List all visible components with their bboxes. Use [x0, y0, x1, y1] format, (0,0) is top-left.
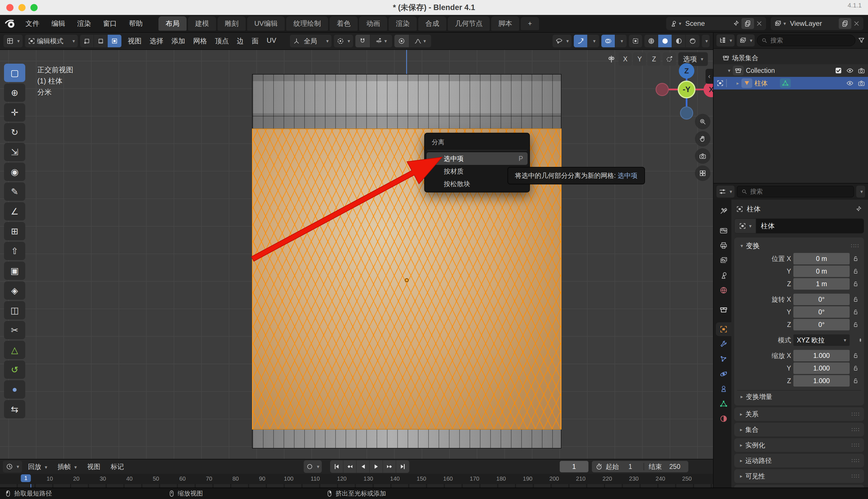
workspace-tab[interactable]: UV编辑	[247, 16, 285, 31]
pin-icon[interactable]	[855, 205, 862, 213]
properties-options-button[interactable]: ▾	[856, 185, 865, 198]
new-scene-button[interactable]	[741, 18, 754, 29]
overlays-dropdown[interactable]: ▾	[615, 35, 627, 47]
pan-button[interactable]	[695, 131, 711, 147]
tool-button[interactable]: ▢	[4, 64, 25, 82]
topbar-menu[interactable]: 帮助	[123, 17, 149, 31]
properties-tab[interactable]	[716, 303, 732, 317]
properties-tab[interactable]	[716, 224, 732, 238]
properties-search-input[interactable]: 搜索	[737, 186, 854, 197]
outliner-row-cylinder[interactable]: ▸ 柱体	[714, 77, 868, 89]
timeline-ruler[interactable]: 1102030405060708090100110120130140150160…	[0, 474, 713, 484]
filter-icon[interactable]	[858, 37, 865, 44]
editor-type-button[interactable]: ▾	[3, 35, 23, 47]
properties-tab[interactable]	[716, 204, 732, 218]
viewlayer-name[interactable]: ViewLayer	[790, 20, 833, 27]
playhead[interactable]	[31, 484, 31, 488]
camera-view-button[interactable]	[695, 148, 711, 164]
jump-to-end-button[interactable]	[396, 460, 409, 473]
disable-render-icon[interactable]	[858, 67, 865, 74]
properties-section[interactable]: ▸实例化∷∷	[734, 438, 864, 452]
viewport-menu[interactable]: 边	[233, 36, 248, 46]
lock-icon[interactable]	[852, 352, 859, 359]
tool-button[interactable]: ✛	[4, 103, 25, 122]
start-frame-field[interactable]: 1	[622, 463, 639, 471]
shading-dropdown[interactable]: ▾	[702, 35, 710, 47]
topbar-menu[interactable]: 渲染	[71, 17, 97, 31]
jump-to-start-button[interactable]	[330, 460, 343, 473]
timeline-editor-type-button[interactable]: ▾	[3, 461, 22, 473]
lock-icon[interactable]	[852, 280, 859, 288]
location-field[interactable]: 1 m	[793, 278, 849, 290]
properties-tab[interactable]	[716, 367, 732, 381]
snap-toggle[interactable]	[355, 35, 370, 47]
tool-button[interactable]: ⇲	[4, 143, 25, 161]
viewport-menu[interactable]: 添加	[167, 36, 189, 46]
mirror-axis-button[interactable]: X	[619, 52, 632, 66]
timeline-menu-playback[interactable]: 回放 ▾	[24, 462, 52, 471]
scale-field[interactable]: 1.000	[793, 350, 849, 361]
lock-icon[interactable]	[852, 308, 859, 316]
navigation-gizmo[interactable]: Z X -Y	[656, 53, 713, 122]
new-viewlayer-button[interactable]	[839, 18, 851, 29]
xray-toggle[interactable]	[629, 35, 642, 47]
zoom-button[interactable]	[695, 114, 711, 129]
workspace-tab[interactable]: 布局	[158, 16, 187, 31]
workspace-tab[interactable]: 动画	[359, 16, 387, 31]
lock-icon[interactable]	[852, 255, 859, 263]
properties-tab[interactable]	[716, 412, 732, 426]
play-reverse-button[interactable]	[357, 460, 370, 473]
animate-dot[interactable]	[860, 338, 861, 342]
outliner-editor-type-button[interactable]: ▾	[716, 34, 735, 47]
tool-button[interactable]: ●	[4, 380, 25, 399]
expand-chevron[interactable]: ▾	[728, 68, 730, 74]
workspace-tab[interactable]: 合成	[418, 16, 446, 31]
hide-eye-icon[interactable]	[846, 67, 854, 74]
pin-icon[interactable]	[732, 20, 740, 27]
tool-button[interactable]: ◫	[4, 301, 25, 319]
viewport-menu[interactable]: 网格	[189, 36, 211, 46]
scene-name[interactable]: Scene	[685, 20, 728, 27]
workspace-tab[interactable]: +	[521, 17, 539, 30]
outliner-row-collection[interactable]: ▾ Collection	[714, 64, 868, 77]
scale-field[interactable]: 1.000	[793, 363, 849, 374]
properties-tab[interactable]	[716, 352, 732, 366]
rotation-mode-dropdown[interactable]: XYZ 欧拉▾	[793, 334, 849, 346]
cylinder-bottom-unselected-faces[interactable]	[252, 429, 561, 449]
shading-mode-button[interactable]	[672, 35, 686, 47]
tool-button[interactable]: ⊞	[4, 222, 25, 240]
tool-button[interactable]: ⇧	[4, 242, 25, 260]
location-field[interactable]: 0 m	[793, 266, 849, 277]
gizmo-axis-neg-x[interactable]	[656, 83, 669, 96]
topbar-menu[interactable]: 编辑	[45, 17, 71, 31]
properties-section[interactable]: ▸集合∷∷	[734, 423, 864, 437]
next-keyframe-button[interactable]	[383, 460, 396, 473]
select-mode-button[interactable]	[94, 35, 108, 47]
properties-tab[interactable]	[716, 254, 732, 267]
timeline-menu-marker[interactable]: 标记	[106, 462, 128, 471]
unlink-scene-button[interactable]	[754, 20, 764, 27]
falloff-dropdown[interactable]: ▾	[409, 35, 431, 47]
timeline-menu-keying[interactable]: 插帧 ▾	[53, 462, 81, 471]
play-button[interactable]	[370, 460, 383, 473]
exclude-checkbox[interactable]	[835, 67, 842, 74]
end-frame-field[interactable]: 250	[665, 463, 685, 471]
outliner-display-mode-button[interactable]: ▾	[737, 34, 755, 47]
shading-mode-button[interactable]	[686, 35, 700, 47]
workspace-tab[interactable]: 脚本	[491, 16, 519, 31]
properties-tab[interactable]	[716, 397, 732, 411]
region-collapse-handle[interactable]: ‹	[705, 69, 713, 84]
tool-button[interactable]: ⇆	[4, 400, 25, 418]
hide-eye-icon[interactable]	[846, 80, 854, 87]
tool-button[interactable]: ▣	[4, 261, 25, 280]
workspace-tab[interactable]: 建模	[188, 16, 216, 31]
rotation-field[interactable]: 0°	[793, 319, 849, 330]
delta-transform-subpanel[interactable]: ▸变换增量	[737, 390, 861, 403]
outliner-row-scene-collection[interactable]: 场景集合	[714, 52, 868, 64]
properties-section[interactable]: ▸关系∷∷	[734, 407, 864, 421]
record-icon[interactable]	[306, 463, 313, 470]
current-frame-field[interactable]: 1	[560, 461, 588, 472]
expand-chevron[interactable]: ▸	[737, 80, 739, 86]
workspace-tab[interactable]: 雕刻	[217, 16, 246, 31]
mirror-axis-button[interactable]: Y	[633, 52, 646, 66]
